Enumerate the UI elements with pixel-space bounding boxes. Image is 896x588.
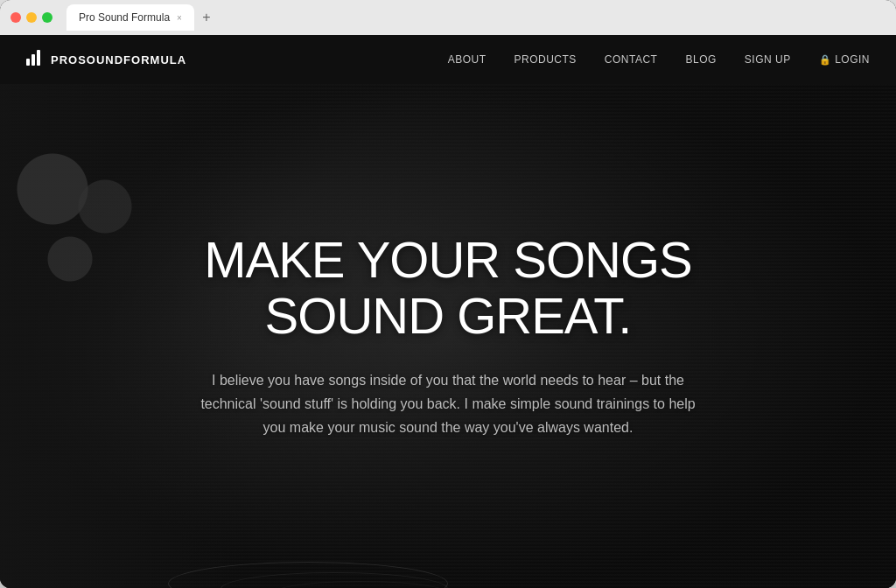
- traffic-lights: [10, 12, 52, 23]
- new-tab-button[interactable]: +: [198, 9, 215, 26]
- logo-icon: [26, 50, 44, 70]
- nav-links: ABOUT PRODUCTS CONTACT BLOG SIGN UP 🔒 LO…: [448, 53, 870, 66]
- hero-content: MAKE YOUR SONGS SOUND GREAT. I believe y…: [133, 232, 763, 439]
- hero-title: MAKE YOUR SONGS SOUND GREAT.: [168, 232, 728, 344]
- navigation: PROSOUNDFORMULA ABOUT PRODUCTS CONTACT B…: [0, 35, 896, 84]
- tab-bar: Pro Sound Formula × +: [66, 4, 886, 31]
- svg-rect-0: [26, 59, 30, 66]
- close-button[interactable]: [10, 12, 21, 23]
- svg-rect-2: [37, 50, 40, 66]
- lock-icon: 🔒: [819, 54, 832, 66]
- website: PROSOUNDFORMULA ABOUT PRODUCTS CONTACT B…: [0, 35, 896, 588]
- nav-link-blog[interactable]: BLOG: [685, 53, 716, 66]
- nav-link-signup[interactable]: SIGN UP: [745, 53, 791, 66]
- tab-title: Pro Sound Formula: [79, 11, 170, 24]
- nav-link-login[interactable]: 🔒 LOGIN: [819, 53, 870, 66]
- minimize-button[interactable]: [26, 12, 37, 23]
- nav-link-contact[interactable]: CONTACT: [605, 53, 658, 66]
- logo-text: PROSOUNDFORMULA: [51, 53, 186, 66]
- active-tab[interactable]: Pro Sound Formula ×: [66, 4, 194, 31]
- hero-section: MAKE YOUR SONGS SOUND GREAT. I believe y…: [0, 84, 896, 588]
- nav-link-products[interactable]: PRODUCTS: [514, 53, 577, 66]
- tab-close-button[interactable]: ×: [177, 13, 182, 23]
- maximize-button[interactable]: [42, 12, 52, 23]
- browser-chrome: Pro Sound Formula × +: [0, 0, 896, 35]
- svg-rect-1: [32, 54, 35, 66]
- browser-window: Pro Sound Formula × + PROSOUNDFORMULA: [0, 0, 896, 588]
- hero-subtitle: I believe you have songs inside of you t…: [194, 368, 702, 440]
- nav-link-about[interactable]: ABOUT: [448, 53, 486, 66]
- nav-logo[interactable]: PROSOUNDFORMULA: [26, 50, 186, 70]
